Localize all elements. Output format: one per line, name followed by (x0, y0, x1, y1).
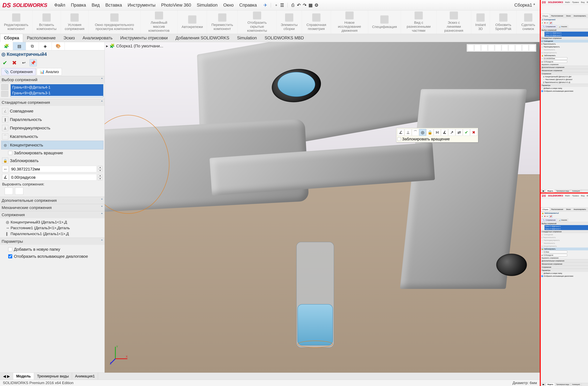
menu-file[interactable]: Файл (54, 2, 65, 8)
mate-perpendicular[interactable]: ⊥Перпендикулярность (1, 124, 103, 132)
tab-simulation[interactable]: Simulation (233, 34, 261, 42)
chevron-up-icon[interactable]: ˄ (101, 212, 103, 217)
sel-multimate-icon[interactable] (1, 91, 8, 97)
section-view-icon[interactable] (488, 45, 494, 51)
ribbon-preview-window[interactable]: Окно предварительного просмотра компонен… (88, 10, 141, 34)
undo-icon[interactable]: ↶ (296, 2, 302, 8)
ribbon-motion-study[interactable]: Новое исследование движения (331, 10, 368, 34)
ribbon-asm-features[interactable]: Элементы сборки (277, 10, 302, 34)
align-same-button[interactable] (5, 188, 13, 195)
mate-lock[interactable]: 🔒Заблокировать (1, 156, 103, 165)
pop-lock-rotation[interactable]: Заблокировать вращение (397, 136, 477, 141)
ribbon-instant3d[interactable]: Instant 3D (471, 10, 490, 34)
pop-align-icon[interactable]: ⇄ (456, 129, 462, 136)
distance-field[interactable] (10, 166, 97, 172)
mate-selection-box[interactable]: Грань<8>@Деталь4-1 Грань<9>@Деталь3-1 (11, 84, 103, 97)
pm-subtab-analysis[interactable]: 📊 Анализ (37, 68, 62, 75)
ribbon-speedpak[interactable]: Обновить SpeedPak (490, 10, 517, 34)
ribbon-snapshot[interactable]: Сделать снимок (517, 10, 540, 34)
spin-up[interactable]: ▴ (98, 166, 103, 169)
selection-item[interactable]: Грань<9>@Деталь3-1 (11, 90, 103, 96)
mini-tab-assembly[interactable]: Сборка (541, 14, 550, 18)
align-opposite-button[interactable] (15, 188, 23, 195)
pm-pushpin-button[interactable]: 📌 (30, 59, 37, 66)
param-new-folder[interactable]: Добавить в новую папку (1, 246, 103, 253)
pm-tab-property-manager[interactable]: ▤ (13, 42, 26, 50)
ribbon-linear-pattern[interactable]: Линейный массив компонентов (140, 10, 178, 34)
spin-down[interactable]: ▾ (98, 169, 103, 172)
tab-3dviews[interactable]: Трехмерные виды (34, 373, 72, 380)
select-icon[interactable]: ▦ (308, 2, 314, 8)
ribbon-move-component[interactable]: Переместить компонент (207, 10, 238, 34)
pm-undo-apply-button[interactable]: ↩ (20, 59, 27, 66)
pop-distance-icon[interactable]: H (434, 129, 441, 136)
menu-window[interactable]: Окно (223, 2, 234, 8)
sec-mechanical-mates[interactable]: Механические сопряжения (2, 205, 52, 210)
pop-perpendicular-icon[interactable]: ⊥ (405, 129, 412, 136)
menu-edit[interactable]: Правка (71, 2, 86, 8)
options-icon[interactable]: ⚙ (314, 2, 319, 8)
tab-layout[interactable]: Расположение (23, 34, 60, 42)
menu-help[interactable]: Справка (239, 2, 257, 8)
flyout-feature-tree[interactable]: ▸ 🧩 Сборка1 (По умолчани... (106, 43, 163, 48)
pm-tab-appearances[interactable]: 🎨 (52, 42, 65, 50)
menu-view[interactable]: Вид (92, 2, 100, 8)
pop-ok-icon[interactable]: ✔ (463, 129, 470, 136)
menu-insert[interactable]: Вставка (105, 2, 122, 8)
pop-concentric-icon[interactable]: ◎ (419, 129, 426, 136)
pm-ok-button[interactable]: ✔ (1, 59, 8, 66)
redo-icon[interactable]: ↷ (302, 2, 308, 8)
spin-up[interactable]: ▴ (98, 174, 103, 177)
zoom-fit-icon[interactable] (468, 45, 474, 51)
pm-tab-display[interactable]: ◈ (39, 42, 52, 50)
pm-tab-config[interactable]: ⧉ (26, 42, 39, 50)
pop-lock-icon[interactable]: 🔒 (426, 129, 433, 136)
chevron-up-icon[interactable]: ˄ (101, 239, 103, 244)
tab-model[interactable]: Модель (13, 373, 34, 380)
sec-advanced-mates[interactable]: Дополнительные сопряжения (2, 198, 57, 203)
ribbon-bom[interactable]: Спецификация (368, 10, 401, 34)
chevron-up-icon[interactable]: ˄ (101, 100, 103, 105)
mate-tree-item[interactable]: ◎Концентричный3 (Деталь1<1>,Д (1, 219, 103, 225)
menu-tools[interactable]: Инструменты (127, 2, 155, 8)
ribbon-ref-geom[interactable]: Справочная геометрия (302, 10, 331, 34)
print-icon[interactable]: ⎙ (290, 2, 296, 8)
tab-addins[interactable]: Добавления SOLIDWORKS (171, 34, 233, 42)
chevron-down-icon[interactable]: ˅ (101, 205, 103, 210)
pop-tangent-icon[interactable]: ⌒ (412, 129, 419, 136)
view-triad[interactable]: YXZ (109, 345, 129, 366)
ribbon-edit-component[interactable]: Редактировать компонент (0, 10, 32, 34)
chevron-up-icon[interactable]: ˄ (101, 77, 103, 82)
angle-field[interactable] (10, 174, 97, 181)
ribbon-exploded-view[interactable]: Вид с разнесенными частями (401, 10, 437, 34)
ribbon-show-hidden[interactable]: Отобразить скрытые компоненты (238, 10, 277, 34)
prev-view-icon[interactable] (481, 45, 487, 51)
tab-assembly[interactable]: Сборка (0, 34, 23, 42)
mini-mate-coincident[interactable]: ∠Совпадение (541, 40, 588, 42)
mate-tree-item[interactable]: ∥Параллельность1 (Деталь1<1>,Д (1, 231, 103, 237)
tab-animation[interactable]: Анимация1 (72, 373, 98, 380)
pop-angle-icon[interactable]: ∡ (441, 129, 448, 136)
chevron-down-icon[interactable]: ˅ (101, 198, 103, 203)
pm-cancel-button[interactable]: ✖ (11, 59, 18, 66)
mate-tangent[interactable]: ⌒Касательность (1, 132, 103, 141)
pop-coincident-icon[interactable]: ∠ (397, 129, 404, 136)
view-settings-icon[interactable] (529, 45, 535, 51)
zoom-area-icon[interactable] (475, 45, 481, 51)
tab-mbd[interactable]: SOLIDWORKS MBD (261, 34, 308, 42)
display-style-icon[interactable] (502, 45, 508, 51)
graphics-viewport[interactable]: ▸ 🧩 Сборка1 (По умолчани... ∠ ⊥ ⌒ (105, 42, 540, 373)
lock-rotation-checkbox[interactable]: Заблокировать вращение (1, 149, 103, 156)
sel-entities-icon[interactable] (1, 84, 8, 90)
mate-parallel[interactable]: ∥Параллельность (1, 115, 103, 124)
view-orientation-icon[interactable] (495, 45, 501, 51)
ribbon-mate[interactable]: Условия сопряжения (61, 10, 88, 34)
mate-angle[interactable]: ∡▴▾ (1, 173, 103, 181)
selection-item[interactable]: Грань<8>@Деталь4-1 (11, 84, 103, 90)
mate-concentric[interactable]: ◎Концентричность (1, 141, 103, 149)
new-doc-icon[interactable]: ▫ (273, 2, 279, 8)
pop-flip-icon[interactable]: ↗ (448, 129, 455, 136)
tab-sketch[interactable]: Эскиз (60, 34, 79, 42)
pop-cancel-icon[interactable]: ✖ (470, 129, 477, 136)
apply-scene-icon[interactable] (522, 45, 528, 51)
